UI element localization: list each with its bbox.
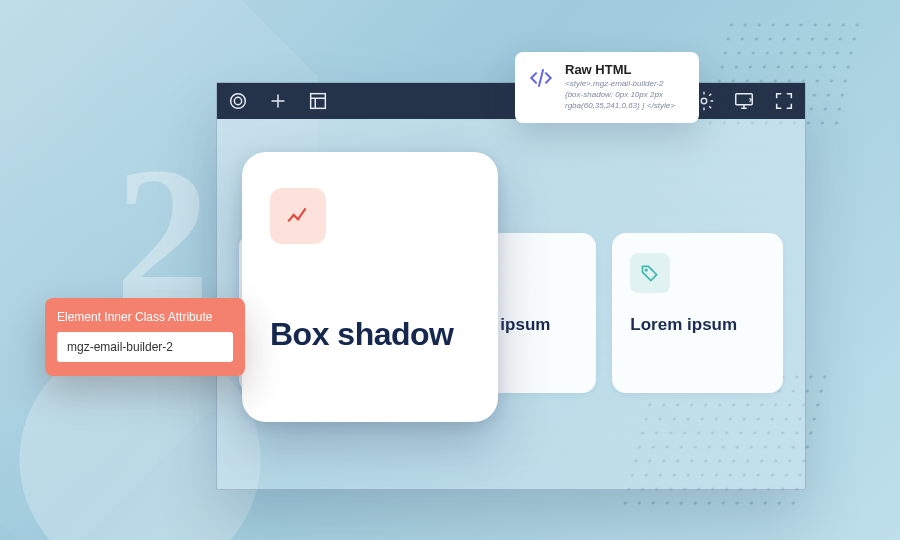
big-card-title: Box shadow <box>270 316 470 353</box>
popover-label: Element Inner Class Attribute <box>57 310 233 324</box>
svg-point-0 <box>231 94 246 109</box>
trend-line-icon <box>270 188 326 244</box>
tooltip-body: <style>.mgz-email-builder-2 {box-shadow:… <box>565 79 675 111</box>
tag-icon <box>630 253 670 293</box>
tooltip-title: Raw HTML <box>565 62 675 77</box>
fullscreen-icon[interactable] <box>773 90 795 112</box>
svg-point-1 <box>234 97 241 104</box>
class-name-input[interactable] <box>57 332 233 362</box>
card-title: Lorem ipsum <box>630 315 765 335</box>
class-attribute-popover: Element Inner Class Attribute <box>45 298 245 376</box>
layout-icon[interactable] <box>307 90 329 112</box>
builder-toolbar <box>217 83 805 119</box>
svg-rect-2 <box>311 94 326 109</box>
svg-point-6 <box>646 269 648 271</box>
big-preview-card: Box shadow <box>242 152 498 422</box>
svg-point-4 <box>701 98 707 104</box>
card-lorem-2[interactable]: Lorem ipsum <box>612 233 783 393</box>
raw-html-tooltip: Raw HTML <style>.mgz-email-builder-2 {bo… <box>515 52 699 123</box>
desktop-icon[interactable] <box>733 90 755 112</box>
code-icon <box>527 64 555 92</box>
logo-circle-icon[interactable] <box>227 90 249 112</box>
plus-icon[interactable] <box>267 90 289 112</box>
stage: 2 <box>0 0 900 540</box>
